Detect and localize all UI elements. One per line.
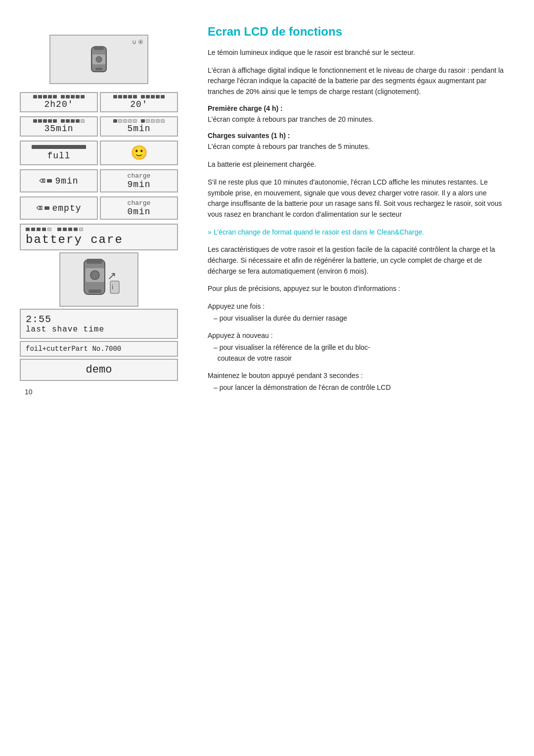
svg-rect-1	[94, 46, 104, 50]
once-text: – pour visualiser la durée du dernier ra…	[208, 313, 509, 324]
svg-point-3	[96, 56, 102, 62]
lastshave-box: 2:55 last shave time	[20, 309, 178, 339]
premiere-charge-text: L'écran compte à rebours par tranches de…	[208, 114, 509, 125]
plug-icon-left: ⌫	[39, 175, 45, 187]
text-empty: empty	[52, 203, 82, 213]
again-label: Appuyez à nouveau :	[208, 331, 509, 341]
lcd-9min-plug: ⌫ 9min	[20, 169, 98, 192]
lcd-smiley: 🙂	[100, 141, 178, 165]
dots-right-2	[113, 119, 165, 123]
time-5min: 5min	[127, 124, 150, 134]
row-4: ⌫ 9min charge 9min	[20, 169, 178, 192]
row-5: ⌫ empty charge 0min	[20, 196, 178, 220]
time-20: 20'	[130, 99, 147, 109]
lcd-charge-0min: charge 0min	[100, 196, 178, 220]
para-1: Le témoin lumineux indique que le rasoir…	[208, 47, 509, 58]
lcd-empty-plug: ⌫ empty	[20, 196, 98, 220]
single-bar-right	[44, 206, 49, 210]
battery-care-box: battery care	[20, 224, 178, 250]
time-9min-left: 9min	[55, 176, 78, 186]
time-35min: 35min	[44, 124, 73, 134]
signal-indicator: ∪ ④	[132, 39, 143, 46]
section-hold: Maintenez le bouton appuyé pendant 3 sec…	[208, 371, 509, 393]
section-once: Appuyez une fois : – pour visualiser la …	[208, 301, 509, 324]
lcd-2h20: 2h20'	[20, 92, 98, 112]
single-bar-left	[47, 179, 52, 183]
para-6: Pour plus de précisions, appuyez sur le …	[208, 284, 509, 294]
label-charge-0: charge	[128, 199, 151, 207]
row-1: 2h20' 2	[20, 92, 178, 112]
left-column: ∪ ④	[0, 0, 188, 756]
page-number: 10	[20, 388, 33, 396]
again-text: – pour visualiser la référence de la gri…	[208, 342, 509, 364]
time-9min-right: 9min	[127, 180, 150, 189]
charges-suivantes-label: Charges suivantes (1 h) :	[208, 132, 509, 140]
lastshave-time: 2:55	[26, 314, 51, 325]
time-0min: 0min	[127, 207, 150, 217]
plug-icon-right: ⌫	[36, 202, 42, 214]
shaver-screen-1: ∪ ④	[49, 35, 148, 84]
battery-care-text: battery care	[26, 233, 123, 246]
foilcutter-box: foil+cutterPart No.7000	[20, 341, 178, 357]
section-again: Appuyez à nouveau : – pour visualiser la…	[208, 331, 509, 364]
premiere-charge-label: Première charge (4 h) :	[208, 104, 509, 112]
demo-box: demo	[20, 359, 178, 381]
hold-label: Maintenez le bouton appuyé pendant 3 sec…	[208, 371, 509, 381]
svg-rect-9	[89, 289, 101, 293]
page: ∪ ④	[0, 0, 534, 756]
dots-left-1	[33, 95, 85, 98]
row-2: 35min 5	[20, 116, 178, 137]
label-charge-right: charge	[128, 172, 151, 180]
demo-text: demo	[86, 364, 112, 376]
shaver-icon	[82, 42, 116, 77]
section-charges-suivantes: Charges suivantes (1 h) : L'écran compte…	[208, 132, 509, 152]
lcd-5min: 5min	[100, 116, 178, 137]
dots-left-2	[33, 119, 85, 123]
section-premiere-charge: Première charge (4 h) : L'écran compte à…	[208, 104, 509, 125]
para-3: La batterie est pleinement chargée.	[208, 159, 509, 170]
svg-text:i: i	[112, 283, 113, 291]
once-label: Appuyez une fois :	[208, 301, 509, 312]
shaver-screen-2: ↗ i	[59, 252, 138, 307]
charges-suivantes-text: L'écran compte à rebours par tranches de…	[208, 142, 509, 152]
para-4: S'il ne reste plus que 10 minutes d'auto…	[208, 177, 509, 220]
shaver-icon-2: ↗ i	[77, 257, 121, 302]
foilcutter-text: foil+cutterPart No.7000	[26, 345, 121, 353]
para-5: Les caractéristiques de votre rasoir et …	[208, 244, 509, 277]
text-full: full	[47, 151, 70, 161]
smiley-face-icon: 🙂	[131, 144, 148, 161]
note-text: » L'écran change de format quand le raso…	[208, 227, 509, 238]
svg-point-8	[90, 271, 99, 280]
dots-right-1	[113, 95, 165, 98]
lcd-35min: 35min	[20, 116, 98, 137]
svg-rect-6	[87, 259, 102, 264]
para-2: L'écran à affichage digital indique le f…	[208, 65, 509, 97]
lcd-20min: 20'	[100, 92, 178, 112]
page-title: Ecran LCD de fonctions	[208, 25, 509, 39]
battery-care-dots	[26, 228, 83, 231]
right-column: Ecran LCD de fonctions Le témoin lumineu…	[188, 0, 534, 756]
row-3: full 🙂	[20, 141, 178, 165]
lastshave-label: last shave time	[26, 325, 104, 334]
svg-rect-4	[95, 68, 102, 70]
lcd-charge-9min: charge 9min	[100, 169, 178, 192]
lcd-full: full	[20, 141, 98, 165]
svg-text:↗: ↗	[107, 270, 116, 282]
battery-full-bar	[32, 145, 86, 149]
hold-text: – pour lancer la démonstration de l'écra…	[208, 382, 509, 393]
time-2h20: 2h20'	[44, 99, 73, 109]
